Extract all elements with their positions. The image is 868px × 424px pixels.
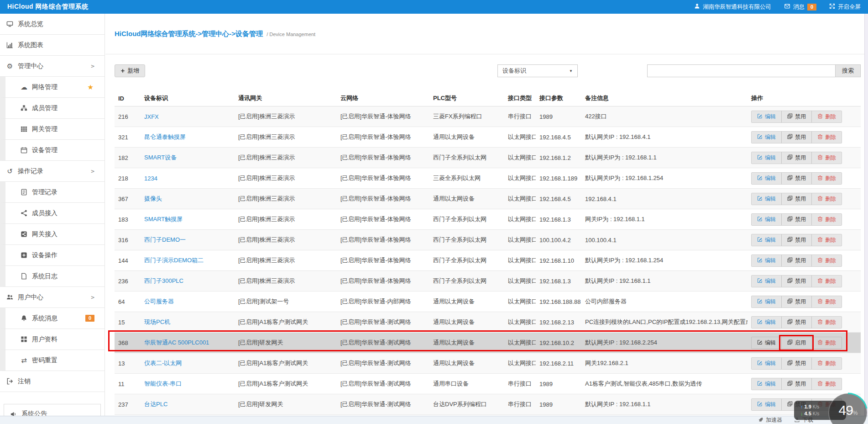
edit-button[interactable]: 编辑 xyxy=(752,378,781,390)
delete-button[interactable]: 删除 xyxy=(811,214,842,225)
toggle-enable-button[interactable]: 禁用 xyxy=(781,234,811,246)
action-button-group: 编辑 禁用 删除 xyxy=(751,254,842,267)
device-name-link[interactable]: 西门子演示DEMO箱二 xyxy=(144,257,204,264)
download-speed: 4.5 xyxy=(805,411,811,417)
device-name-link[interactable]: 智能仪表-串口 xyxy=(144,380,182,387)
sidebar-item-password-reset[interactable]: ⇄ 密码重置 xyxy=(0,350,105,371)
sidebar-item-management-records[interactable]: 管理记录 xyxy=(0,182,105,203)
cell-id: 182 xyxy=(115,148,141,168)
search-button[interactable]: 搜索 xyxy=(835,64,861,77)
sidebar-item-system-overview[interactable]: 系统总览 xyxy=(0,14,105,35)
toggle-enable-button[interactable]: 禁用 xyxy=(781,276,811,287)
device-name-link[interactable]: JXFX xyxy=(144,113,159,120)
device-name-link[interactable]: 西门子DEMO一 xyxy=(144,236,186,243)
toggle-enable-button[interactable]: 禁用 xyxy=(781,255,811,266)
accelerator-item[interactable]: 加速器 xyxy=(758,416,782,424)
edit-button[interactable]: 编辑 xyxy=(752,276,781,287)
device-name-link[interactable]: 1234 xyxy=(144,175,157,182)
delete-button[interactable]: 删除 xyxy=(811,234,842,246)
edit-button[interactable]: 编辑 xyxy=(752,214,781,225)
delete-button[interactable]: 删除 xyxy=(811,152,842,164)
edit-button[interactable]: 编辑 xyxy=(752,132,781,143)
topbar-right: 湖南华辰智通科技有限公司 消息 0 开启全屏 xyxy=(694,3,861,11)
toggle-enable-button[interactable]: 禁用 xyxy=(781,296,811,307)
sidebar-item-system-logs[interactable]: 系统日志 xyxy=(0,266,105,287)
cell-actions: 编辑 启用 删除 xyxy=(748,333,861,353)
toggle-enable-button[interactable]: 禁用 xyxy=(781,152,811,164)
toggle-enable-button[interactable]: 启用 xyxy=(781,337,811,349)
device-name-link[interactable]: 摄像头 xyxy=(144,195,162,202)
delete-button[interactable]: 删除 xyxy=(811,317,842,328)
toggle-enable-button[interactable]: 禁用 xyxy=(781,358,811,369)
sidebar-item-gateway-management[interactable]: 网关管理 xyxy=(0,119,105,140)
col-header-device: 设备标识 xyxy=(141,90,235,106)
sidebar-item-logout[interactable]: 注销 xyxy=(0,371,105,392)
add-device-button[interactable]: 新增 xyxy=(115,64,145,77)
fullscreen-toggle[interactable]: 开启全屏 xyxy=(829,3,861,11)
sidebar-item-operation-records[interactable]: ↺ 操作记录 > xyxy=(0,161,105,182)
edit-button[interactable]: 编辑 xyxy=(752,234,781,246)
edit-button[interactable]: 编辑 xyxy=(752,173,781,184)
delete-button[interactable]: 删除 xyxy=(811,358,842,369)
cell-remark: 默认网关IP : 192.168.2.254 xyxy=(581,333,748,353)
toggle-enable-button[interactable]: 禁用 xyxy=(781,111,811,122)
device-name-link[interactable]: 现场PC机 xyxy=(144,318,170,325)
delete-button[interactable]: 删除 xyxy=(811,337,842,349)
edit-button[interactable]: 编辑 xyxy=(752,337,781,349)
account-menu[interactable]: 湖南华辰智通科技有限公司 xyxy=(694,3,771,11)
toggle-enable-button[interactable]: 禁用 xyxy=(781,214,811,225)
edit-button[interactable]: 编辑 xyxy=(752,317,781,328)
toggle-enable-button[interactable]: 禁用 xyxy=(781,132,811,143)
filter-field-select[interactable]: 设备标识 ▼ xyxy=(497,64,578,77)
device-name-link[interactable]: SMART触摸屏 xyxy=(144,216,183,223)
device-name-link[interactable]: 仪表二-以太网 xyxy=(144,360,182,366)
delete-button[interactable]: 删除 xyxy=(811,276,842,287)
edit-button[interactable]: 编辑 xyxy=(752,296,781,307)
delete-button[interactable]: 删除 xyxy=(811,378,842,390)
sidebar-item-network-management[interactable]: ☁ 网络管理 ★ xyxy=(0,77,105,98)
edit-button[interactable]: 编辑 xyxy=(752,255,781,266)
sidebar-item-system-messages[interactable]: 系统消息 0 xyxy=(0,308,105,329)
edit-button[interactable]: 编辑 xyxy=(752,193,781,205)
edit-button[interactable]: 编辑 xyxy=(752,358,781,369)
edit-button[interactable]: 编辑 xyxy=(752,399,781,410)
edit-button[interactable]: 编辑 xyxy=(752,111,781,122)
cell-actions: 编辑 禁用 删除 xyxy=(748,250,861,271)
sidebar-item-device-management[interactable]: 设备管理 xyxy=(0,140,105,161)
resource-percent-widget[interactable]: 49% xyxy=(827,392,868,424)
cell-interface-type: 以太网接口 xyxy=(504,168,536,189)
sidebar-item-user-profile[interactable]: 用户资料 xyxy=(0,329,105,350)
search-input[interactable] xyxy=(647,64,835,77)
cell-plc-model: 通用以太网设备 xyxy=(429,353,504,374)
device-name-link[interactable]: 台达PLC xyxy=(144,401,167,408)
cell-interface-param: 192.168.4.5 xyxy=(536,127,581,148)
delete-button[interactable]: 删除 xyxy=(811,296,842,307)
sidebar-item-management-center[interactable]: ⚙ 管理中心 > xyxy=(0,56,105,77)
toggle-enable-button[interactable]: 禁用 xyxy=(781,317,811,328)
sidebar-item-member-management[interactable]: 成员管理 xyxy=(0,98,105,119)
toggle-enable-button[interactable]: 禁用 xyxy=(781,378,811,390)
grid-large-icon xyxy=(20,335,28,343)
delete-button[interactable]: 删除 xyxy=(811,132,842,143)
sidebar-item-device-operation[interactable]: 设备操作 xyxy=(0,245,105,266)
delete-button[interactable]: 删除 xyxy=(811,173,842,184)
delete-button[interactable]: 删除 xyxy=(811,193,842,205)
delete-button[interactable]: 删除 xyxy=(811,111,842,122)
cell-device-name: 西门子演示DEMO箱二 xyxy=(141,250,235,271)
device-name-link[interactable]: SMART设备 xyxy=(144,154,177,161)
toggle-enable-button[interactable]: 禁用 xyxy=(781,193,811,205)
sidebar-item-system-charts[interactable]: 系统图表 xyxy=(0,35,105,56)
device-name-link[interactable]: 西门子300PLC xyxy=(144,277,183,284)
device-name-link[interactable]: 华辰智通AC 500PLC001 xyxy=(144,339,209,346)
toggle-enable-button[interactable]: 禁用 xyxy=(781,173,811,184)
delete-button[interactable]: 删除 xyxy=(811,255,842,266)
device-name-link[interactable]: 公司服务器 xyxy=(144,298,174,305)
scrollbar[interactable] xyxy=(864,14,868,416)
sidebar-item-member-access[interactable]: 成员接入 xyxy=(0,203,105,224)
messages-menu[interactable]: 消息 0 xyxy=(784,3,816,11)
device-name-link[interactable]: 昆仑通泰触摸屏 xyxy=(144,133,186,140)
star-icon[interactable]: ★ xyxy=(88,83,94,91)
edit-button[interactable]: 编辑 xyxy=(752,152,781,164)
sidebar-item-gateway-access[interactable]: 网关接入 xyxy=(0,224,105,245)
sidebar-item-user-center[interactable]: 用户中心 > xyxy=(0,287,105,308)
